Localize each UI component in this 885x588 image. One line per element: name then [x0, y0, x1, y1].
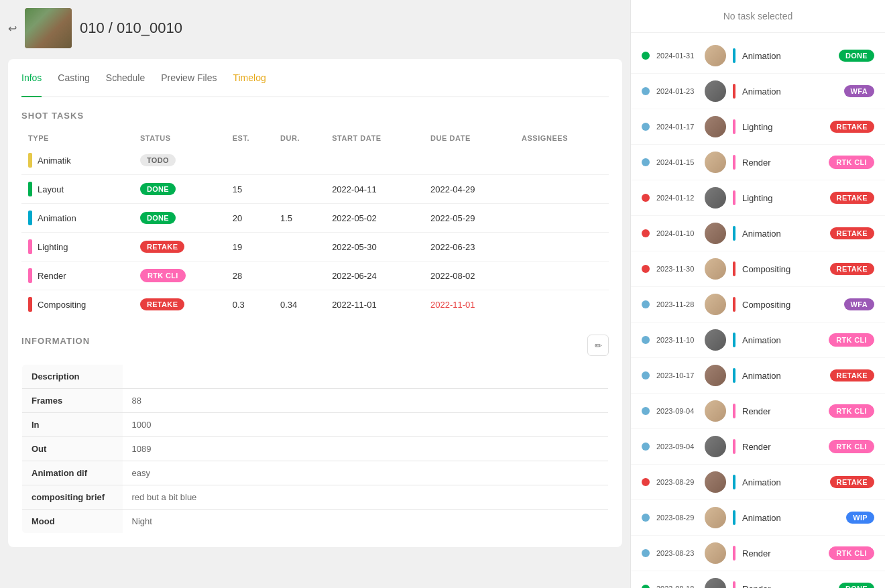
timeline-item[interactable]: 2023-11-10 Animation RTK CLI — [631, 322, 885, 358]
edit-button[interactable]: ✏ — [587, 335, 609, 356]
timeline-task-name: Lighting — [742, 122, 823, 132]
table-row[interactable]: Compositing RETAKE 0.3 0.34 2022-11-01 2… — [21, 290, 609, 319]
timeline-dot — [642, 87, 650, 95]
timeline-task-name: Animation — [742, 86, 837, 97]
tab-infos[interactable]: Infos — [21, 72, 42, 97]
timeline-task-name: Animation — [742, 477, 823, 487]
timeline-date: 2024-01-23 — [656, 86, 698, 96]
timeline-date: 2023-10-17 — [656, 371, 698, 380]
timeline-list[interactable]: 2024-01-31 Animation DONE 2024-01-23 Ani… — [631, 33, 885, 588]
timeline-item[interactable]: 2023-09-04 Render RTK CLI — [631, 394, 885, 429]
task-due-cell: 2022-04-29 — [424, 175, 515, 204]
task-bar — [733, 333, 735, 347]
table-row[interactable]: Animation DONE 20 1.5 2022-05-02 2022-05… — [21, 204, 609, 233]
task-assignees-cell — [515, 204, 609, 233]
timeline-item[interactable]: 2023-09-04 Render RTK CLI — [631, 429, 885, 465]
timeline-status-badge: RTK CLI — [829, 333, 874, 347]
back-arrow-icon[interactable]: ↩ — [8, 22, 17, 35]
table-row[interactable]: Animatik TODO — [21, 146, 609, 175]
info-label: compositing brief — [22, 485, 123, 510]
tab-schedule[interactable]: Schedule — [106, 72, 145, 89]
task-bar — [733, 84, 735, 99]
timeline-status-badge: RETAKE — [830, 369, 874, 381]
timeline-item[interactable]: 2023-11-28 Compositing WFA — [631, 287, 885, 322]
timeline-item[interactable]: 2023-08-23 Render RTK CLI — [631, 536, 885, 571]
tab-timelog[interactable]: Timelog — [233, 72, 266, 89]
timeline-item[interactable]: 2023-11-30 Compositing RETAKE — [631, 251, 885, 287]
task-status-cell: DONE — [133, 175, 226, 204]
task-start-cell: 2022-05-02 — [325, 204, 424, 233]
timeline-date: 2023-08-29 — [656, 477, 698, 487]
timeline-task-name: Animation — [742, 513, 839, 523]
timeline-item[interactable]: 2023-08-29 Animation WIP — [631, 500, 885, 536]
timeline-item[interactable]: 2024-01-23 Animation WFA — [631, 74, 885, 109]
timeline-status-badge: DONE — [839, 50, 874, 62]
task-dur-cell: 1.5 — [274, 204, 325, 233]
timeline-date: 2023-09-04 — [656, 442, 698, 451]
task-type-cell: Lighting — [21, 233, 133, 261]
timeline-item[interactable]: 2024-01-10 Animation RETAKE — [631, 216, 885, 251]
task-est-cell: 19 — [226, 233, 274, 261]
information-header: INFORMATION ✏ — [21, 335, 609, 356]
info-row: Description — [22, 365, 609, 389]
task-type-cell: Animation — [21, 204, 133, 233]
no-task-label: No task selected — [723, 11, 793, 21]
timeline-status-badge: DONE — [839, 583, 874, 588]
timeline-item[interactable]: 2023-08-18 Render DONE — [631, 571, 885, 588]
timeline-task-name: Animation — [742, 229, 823, 239]
info-value: easy — [123, 461, 609, 485]
task-type-cell: Layout — [21, 175, 133, 204]
right-header: No task selected — [631, 0, 885, 33]
avatar — [705, 258, 726, 280]
timeline-dot — [642, 158, 650, 166]
timeline-date: 2023-11-30 — [656, 264, 698, 274]
timeline-date: 2024-01-17 — [656, 122, 698, 131]
timeline-task-name: Render — [742, 442, 822, 452]
task-est-cell: 20 — [226, 204, 274, 233]
timeline-status-badge: WIP — [846, 512, 874, 524]
edit-icon: ✏ — [595, 341, 602, 351]
timeline-task-name: Render — [742, 158, 822, 168]
table-row[interactable]: Layout DONE 15 2022-04-11 2022-04-29 — [21, 175, 609, 204]
task-start-cell: 2022-11-01 — [325, 290, 424, 319]
info-value: 1089 — [123, 437, 609, 461]
avatar — [705, 578, 726, 588]
task-status-cell: RETAKE — [133, 290, 226, 319]
col-dur: DUR. — [274, 130, 325, 146]
task-due-cell: 2022-05-29 — [424, 204, 515, 233]
task-due-cell: 2022-11-01 — [424, 290, 515, 319]
header: ↩ 010 / 010_0010 — [8, 8, 622, 48]
tab-preview-files[interactable]: Preview Files — [161, 72, 217, 89]
timeline-item[interactable]: 2023-08-29 Animation RETAKE — [631, 465, 885, 500]
timeline-task-name: Lighting — [742, 193, 823, 203]
task-assignees-cell — [515, 261, 609, 290]
timeline-dot — [642, 585, 650, 588]
task-bar — [733, 368, 735, 383]
timeline-task-name: Animation — [742, 51, 832, 61]
info-label: Description — [22, 365, 123, 389]
timeline-item[interactable]: 2024-01-12 Lighting RETAKE — [631, 180, 885, 216]
task-start-cell — [325, 146, 424, 175]
timeline-dot — [642, 300, 650, 308]
avatar — [705, 365, 726, 386]
task-due-cell: 2022-08-02 — [424, 261, 515, 290]
task-bar — [733, 475, 735, 489]
task-status-cell: RTK CLI — [133, 261, 226, 290]
task-dur-cell — [274, 146, 325, 175]
task-bar — [733, 119, 735, 134]
col-assignees: ASSIGNEES — [515, 130, 609, 146]
avatar — [705, 116, 726, 137]
timeline-dot — [642, 478, 650, 486]
table-row[interactable]: Render RTK CLI 28 2022-06-24 2022-08-02 — [21, 261, 609, 290]
timeline-item[interactable]: 2024-01-31 Animation DONE — [631, 38, 885, 74]
task-bar — [733, 404, 735, 418]
table-row[interactable]: Lighting RETAKE 19 2022-05-30 2022-06-23 — [21, 233, 609, 261]
col-start: START DATE — [325, 130, 424, 146]
task-status-cell: DONE — [133, 204, 226, 233]
tab-casting[interactable]: Casting — [58, 72, 89, 89]
timeline-dot — [642, 549, 650, 557]
timeline-item[interactable]: 2024-01-15 Render RTK CLI — [631, 145, 885, 180]
timeline-date: 2024-01-31 — [656, 51, 698, 60]
timeline-item[interactable]: 2024-01-17 Lighting RETAKE — [631, 109, 885, 145]
timeline-item[interactable]: 2023-10-17 Animation RETAKE — [631, 358, 885, 394]
